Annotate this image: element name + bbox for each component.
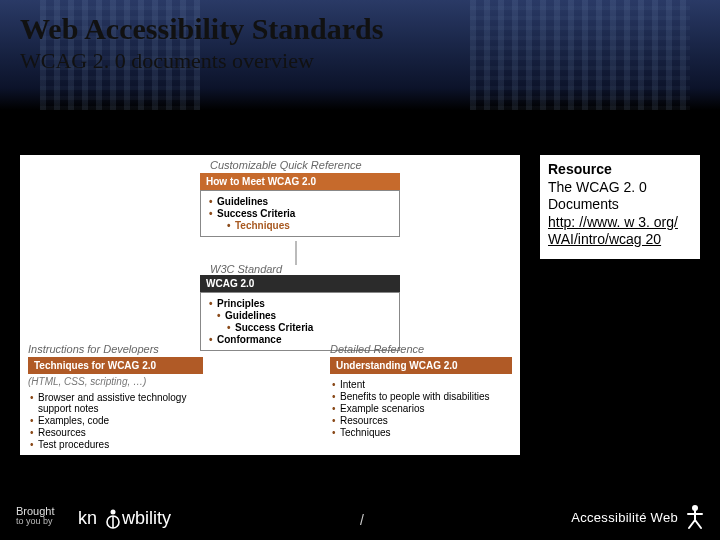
footer-separator: / xyxy=(360,512,364,528)
wcag-diagram: Customizable Quick Reference How to Meet… xyxy=(20,155,520,455)
box-title: WCAG 2.0 xyxy=(200,275,400,292)
list-item: Test procedures xyxy=(28,439,203,450)
list-item: Resources xyxy=(330,415,512,426)
svg-point-1 xyxy=(111,510,116,515)
list-item: Examples, code xyxy=(28,415,203,426)
brought-by: Brought to you by xyxy=(16,506,55,526)
list-item: Techniques xyxy=(330,427,512,438)
box-understanding: Understanding WCAG 2.0 Intent Benefits t… xyxy=(330,357,512,438)
slide-subtitle: WCAG 2. 0 documents overview xyxy=(20,48,383,74)
list-item: Guidelines xyxy=(207,196,393,207)
slide: Web Accessibility Standards WCAG 2. 0 do… xyxy=(0,0,720,540)
diagram-w3c-standard: W3C Standard WCAG 2.0 Principles Guideli… xyxy=(200,263,400,351)
subnote: (HTML, CSS, scripting, …) xyxy=(28,376,203,387)
knowbility-logo-icon: kn wbility xyxy=(78,502,198,532)
resource-text: The WCAG 2. 0 xyxy=(548,179,692,197)
slide-title: Web Accessibility Standards xyxy=(20,12,383,46)
footer: Brought to you by kn wbility / Accessibi… xyxy=(0,492,720,540)
bullet-list-nested: Techniques xyxy=(225,220,393,231)
section-label: Instructions for Developers xyxy=(28,343,203,355)
bullet-list: Guidelines Success Criteria xyxy=(207,196,393,219)
bullet-list: Intent Benefits to people with disabilit… xyxy=(330,379,512,438)
box-title: Techniques for WCAG 2.0 xyxy=(28,357,203,374)
svg-text:wbility: wbility xyxy=(121,508,171,528)
list-item: Browser and assistive technology support… xyxy=(28,392,203,414)
box-title: How to Meet WCAG 2.0 xyxy=(200,173,400,190)
list-item: Success Criteria xyxy=(225,322,393,333)
section-label: Customizable Quick Reference xyxy=(210,159,400,171)
connector-line xyxy=(295,241,297,265)
box-body: Guidelines Success Criteria Techniques xyxy=(200,190,400,237)
section-label: W3C Standard xyxy=(210,263,400,275)
title-block: Web Accessibility Standards WCAG 2. 0 do… xyxy=(20,12,383,74)
bullet-list: Success Criteria xyxy=(225,322,393,333)
accessibilite-web-logo: Accessibilité Web xyxy=(556,502,706,532)
box-title: Understanding WCAG 2.0 xyxy=(330,357,512,374)
list-item: Resources xyxy=(28,427,203,438)
diagram-detailed-ref: Detailed Reference Understanding WCAG 2.… xyxy=(330,343,512,439)
bullet-list: Browser and assistive technology support… xyxy=(28,392,203,450)
resource-text: Documents xyxy=(548,196,692,214)
list-item: Example scenarios xyxy=(330,403,512,414)
list-item: Success Criteria xyxy=(207,208,393,219)
svg-text:kn: kn xyxy=(78,508,97,528)
brought-line: to you by xyxy=(16,517,55,526)
list-item: Benefits to people with disabilities xyxy=(330,391,512,402)
resource-heading: Resource xyxy=(548,161,692,179)
box-how-to-meet: How to Meet WCAG 2.0 Guidelines Success … xyxy=(200,173,400,237)
person-icon xyxy=(684,504,706,530)
resource-panel: Resource The WCAG 2. 0 Documents http: /… xyxy=(540,155,700,259)
box-body: Intent Benefits to people with disabilit… xyxy=(330,374,512,438)
bullet-list: Principles xyxy=(207,298,393,309)
bullet-list: Guidelines xyxy=(215,310,393,321)
knowbility-logo: kn wbility xyxy=(78,502,198,532)
resource-link[interactable]: http: //www. w 3. org/ WAI/intro/wcag 20 xyxy=(548,214,678,248)
list-item: Techniques xyxy=(225,220,393,231)
box-wcag: WCAG 2.0 Principles Guidelines Success C… xyxy=(200,275,400,351)
diagram-developers: Instructions for Developers Techniques f… xyxy=(28,343,203,451)
box-body: Browser and assistive technology support… xyxy=(28,389,203,450)
diagram-customizable-ref: Customizable Quick Reference How to Meet… xyxy=(200,159,400,237)
box-techniques: Techniques for WCAG 2.0 xyxy=(28,357,203,374)
section-label: Detailed Reference xyxy=(330,343,512,355)
list-item: Principles xyxy=(207,298,393,309)
list-item: Intent xyxy=(330,379,512,390)
accessibilite-web-text: Accessibilité Web xyxy=(571,510,678,525)
list-item: Guidelines xyxy=(215,310,393,321)
